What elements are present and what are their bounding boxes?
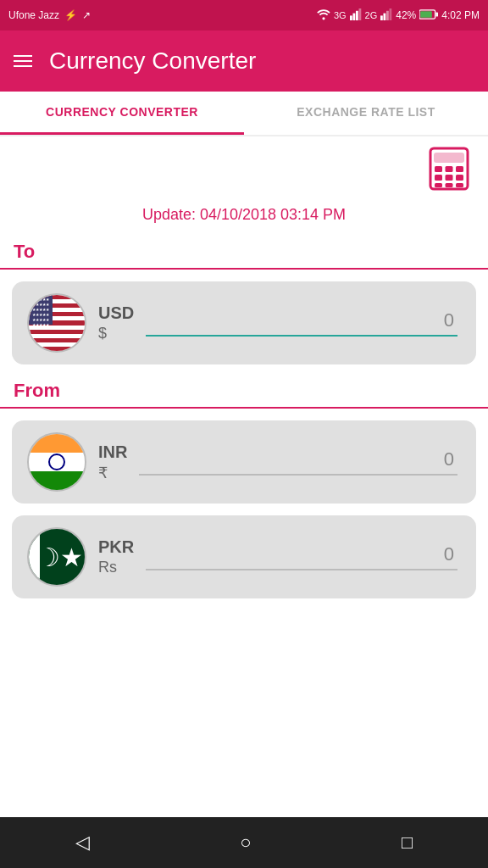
inr-value[interactable]: 0 bbox=[139, 448, 458, 470]
battery-icon bbox=[419, 9, 438, 22]
usd-underline bbox=[146, 335, 458, 337]
svg-rect-0 bbox=[350, 15, 352, 20]
inr-info: INR ₹ bbox=[98, 442, 127, 482]
tabs-bar: CURRENCY CONVERTER EXCHANGE RATE LIST bbox=[0, 92, 488, 136]
svg-rect-20 bbox=[446, 183, 453, 187]
tab-exchange-label: EXCHANGE RATE LIST bbox=[297, 105, 435, 119]
carrier-text: Ufone Jazz bbox=[8, 9, 59, 21]
status-bar: Ufone Jazz ⚡ ↗ 3G 2G 42% 4:02 PM bbox=[0, 0, 488, 31]
tab-converter-label: CURRENCY CONVERTER bbox=[46, 105, 198, 119]
tab-exchange-rate[interactable]: EXCHANGE RATE LIST bbox=[244, 92, 488, 135]
usd-currency-card[interactable]: ★★★★★★ ★★★★★★ ★★★★★★ ★★★★★★ ★★★★★★ USD $… bbox=[12, 281, 476, 364]
network-2g: 2G bbox=[365, 10, 378, 20]
tab-currency-converter[interactable]: CURRENCY CONVERTER bbox=[0, 92, 244, 135]
svg-rect-4 bbox=[380, 15, 383, 20]
svg-rect-12 bbox=[435, 153, 463, 162]
svg-rect-7 bbox=[390, 8, 392, 20]
battery-text: 42% bbox=[396, 9, 416, 21]
pkr-symbol: Rs bbox=[98, 559, 134, 576]
inr-currency-card[interactable]: INR ₹ 0 bbox=[12, 420, 476, 504]
usd-code: USD bbox=[98, 303, 134, 323]
calculator-row bbox=[0, 136, 488, 199]
svg-rect-5 bbox=[384, 13, 386, 19]
main-content: Update: 04/10/2018 03:14 PM To ★★★★★★ ★★… bbox=[0, 136, 488, 817]
pkr-value[interactable]: 0 bbox=[146, 543, 458, 565]
ashoka-chakra bbox=[48, 453, 65, 470]
svg-rect-6 bbox=[386, 10, 389, 19]
signal-bars bbox=[350, 8, 362, 23]
inr-input-area[interactable]: 0 bbox=[139, 448, 461, 476]
svg-rect-2 bbox=[356, 10, 358, 19]
svg-rect-19 bbox=[435, 183, 442, 187]
inr-symbol: ₹ bbox=[98, 464, 127, 482]
usd-flag: ★★★★★★ ★★★★★★ ★★★★★★ ★★★★★★ ★★★★★★ bbox=[27, 293, 86, 353]
inr-underline bbox=[139, 474, 458, 476]
svg-rect-13 bbox=[435, 166, 442, 172]
inr-code: INR bbox=[98, 442, 127, 462]
wifi-icon bbox=[317, 8, 330, 23]
update-text: Update: 04/10/2018 03:14 PM bbox=[0, 199, 488, 237]
app-title: Currency Converter bbox=[49, 47, 256, 75]
svg-rect-16 bbox=[435, 175, 442, 181]
usb-icon: ⚡ bbox=[64, 9, 77, 21]
usd-symbol: $ bbox=[98, 325, 134, 342]
to-section-label: To bbox=[0, 237, 488, 270]
usd-info: USD $ bbox=[98, 303, 134, 342]
svg-rect-10 bbox=[436, 12, 439, 16]
pkr-info: PKR Rs bbox=[98, 537, 134, 576]
nfc-icon: ↗ bbox=[82, 9, 91, 21]
pkr-code: PKR bbox=[98, 537, 134, 557]
hamburger-menu[interactable] bbox=[14, 55, 32, 67]
status-carrier: Ufone Jazz ⚡ ↗ bbox=[8, 9, 91, 21]
svg-rect-21 bbox=[456, 183, 463, 187]
svg-rect-18 bbox=[456, 175, 463, 181]
usd-value[interactable]: 0 bbox=[146, 309, 458, 331]
back-button[interactable]: ◁ bbox=[75, 832, 90, 854]
bottom-navigation: ◁ ○ □ bbox=[0, 817, 488, 868]
svg-rect-1 bbox=[352, 13, 355, 19]
svg-rect-9 bbox=[421, 11, 433, 18]
app-bar: Currency Converter bbox=[0, 31, 488, 92]
usd-input-area[interactable]: 0 bbox=[146, 309, 461, 337]
svg-rect-15 bbox=[456, 166, 463, 172]
status-right: 3G 2G 42% 4:02 PM bbox=[317, 8, 480, 23]
inr-flag bbox=[27, 432, 86, 492]
svg-rect-14 bbox=[446, 166, 453, 172]
network-3g: 3G bbox=[334, 10, 347, 20]
pkr-flag: ☽★ bbox=[27, 527, 86, 587]
signal-bars-2 bbox=[380, 8, 392, 23]
pakistan-crescent-star: ☽★ bbox=[37, 542, 83, 572]
svg-rect-17 bbox=[446, 175, 453, 181]
calculator-icon[interactable] bbox=[427, 147, 471, 196]
pkr-currency-card[interactable]: ☽★ PKR Rs 0 bbox=[12, 515, 476, 598]
pkr-input-area[interactable]: 0 bbox=[146, 543, 461, 570]
pkr-underline bbox=[146, 569, 458, 570]
time-text: 4:02 PM bbox=[441, 9, 480, 21]
from-section-label: From bbox=[0, 376, 488, 409]
home-button[interactable]: ○ bbox=[240, 832, 251, 854]
svg-rect-3 bbox=[358, 8, 361, 20]
recents-button[interactable]: □ bbox=[402, 832, 413, 854]
